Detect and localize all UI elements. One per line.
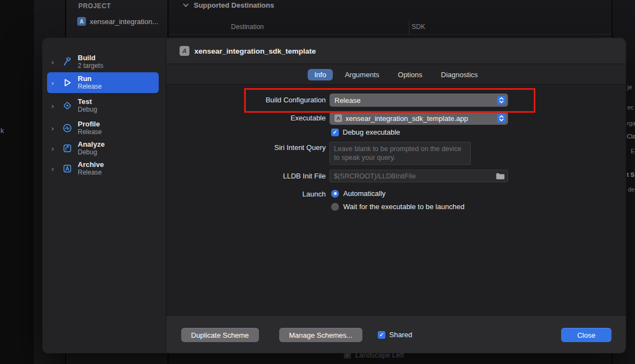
- lldb-init-file-input[interactable]: [330, 170, 508, 182]
- inspector-fragment: Cla: [627, 133, 635, 140]
- sidebar-item-run[interactable]: › Run Release: [47, 72, 159, 93]
- sidebar-item-test[interactable]: › Test Debug: [47, 95, 159, 116]
- lldb-init-file-label: LLDB Init File: [188, 170, 326, 182]
- build-configuration-label: Build Configuration: [188, 94, 326, 107]
- inspector-fragment: je: [627, 84, 632, 90]
- radio-dot: [334, 192, 337, 195]
- debug-executable-row: ✓ Debug executable: [331, 128, 400, 136]
- project-app-icon: A: [77, 17, 86, 26]
- sdk-column-header: SDK: [412, 23, 425, 31]
- disclosure-chevron-icon[interactable]: ›: [51, 124, 59, 132]
- sidebar-item-archive[interactable]: › Archive Release: [47, 158, 159, 179]
- launch-label: Launch: [188, 190, 326, 199]
- project-item-label: xensear_integration...: [90, 18, 158, 26]
- inspector-fragment: E: [631, 148, 634, 154]
- manage-schemes-button[interactable]: Manage Schemes...: [279, 328, 362, 342]
- project-item[interactable]: A xensear_integration...: [77, 17, 158, 26]
- executable-value: xensear_integration_sdk_template.app: [345, 114, 468, 123]
- supported-destinations-title: Supported Destinations: [194, 1, 274, 9]
- disclosure-chevron-icon[interactable]: ›: [51, 102, 59, 110]
- play-icon: [60, 76, 74, 90]
- screenshot-stage: PROJECT A xensear_integration... Support…: [0, 0, 635, 364]
- build-configuration-value: Release: [334, 96, 361, 105]
- left-edge-text-fragment: k: [1, 127, 4, 135]
- folder-icon[interactable]: [496, 173, 505, 180]
- dialog-footer: Duplicate Scheme Manage Schemes... ✓ Sha…: [166, 315, 626, 353]
- chevron-down-icon: [183, 3, 189, 8]
- debug-executable-label: Debug executable: [343, 128, 400, 136]
- sidebar-item-analyze[interactable]: › Analyze Debug: [47, 138, 159, 159]
- tab-diagnostics[interactable]: Diagnostics: [435, 69, 484, 80]
- project-section-label: PROJECT: [78, 2, 111, 10]
- profile-icon: [60, 121, 74, 135]
- scheme-editor-dialog: › Build 2 targets › Run Release: [43, 38, 626, 353]
- disclosure-chevron-icon[interactable]: ›: [51, 165, 59, 173]
- launch-automatically-row: Automatically: [331, 189, 385, 198]
- info-tab-content: Build Configuration Release Executable A…: [166, 85, 626, 315]
- disclosure-chevron-icon[interactable]: ›: [51, 79, 59, 87]
- scheme-sidebar: › Build 2 targets › Run Release: [43, 38, 166, 353]
- disclosure-chevron-icon[interactable]: ›: [51, 145, 59, 153]
- column-divider: [409, 20, 409, 34]
- dialog-main-panel: A xensear_integration_sdk_template Info …: [166, 38, 626, 353]
- scheme-title: xensear_integration_sdk_template: [194, 47, 316, 55]
- sidebar-item-subtitle: Release: [78, 169, 104, 177]
- inspector-fragment: t S: [627, 171, 634, 178]
- sidebar-item-subtitle: Release: [78, 129, 102, 136]
- shared-checkbox[interactable]: ✓: [378, 331, 385, 339]
- tab-info[interactable]: Info: [308, 69, 333, 80]
- lldb-init-file-field: [330, 170, 508, 182]
- sidebar-item-subtitle: Debug: [78, 106, 97, 114]
- sidebar-item-title: Build: [78, 54, 103, 62]
- sidebar-item-subtitle: 2 targets: [78, 62, 103, 70]
- supported-destinations-header[interactable]: Supported Destinations: [183, 1, 274, 9]
- scheme-app-icon: A: [180, 46, 189, 56]
- tab-options[interactable]: Options: [391, 69, 429, 80]
- launch-automatically-label: Automatically: [343, 189, 385, 198]
- sidebar-item-title: Archive: [78, 161, 104, 169]
- sidebar-item-subtitle: Debug: [78, 149, 105, 157]
- siri-intent-query-input[interactable]: [330, 142, 471, 165]
- debug-executable-checkbox[interactable]: ✓: [331, 129, 339, 136]
- background-left-strip: [0, 0, 34, 364]
- sidebar-item-build[interactable]: › Build 2 targets: [47, 51, 159, 72]
- hammer-icon: [60, 55, 74, 69]
- tab-arguments[interactable]: Arguments: [338, 69, 386, 80]
- disclosure-chevron-icon[interactable]: ›: [51, 58, 59, 66]
- executable-popup[interactable]: A xensear_integration_sdk_template.app: [330, 112, 508, 125]
- shared-label: Shared: [389, 331, 412, 339]
- destination-column-header: Destination: [231, 23, 264, 31]
- shared-row: ✓ Shared: [378, 331, 412, 339]
- launch-wait-radio[interactable]: [331, 203, 339, 211]
- popup-stepper-icon: [497, 114, 506, 123]
- sidebar-item-title: Profile: [78, 120, 102, 129]
- build-configuration-popup[interactable]: Release: [330, 94, 508, 107]
- duplicate-scheme-button[interactable]: Duplicate Scheme: [181, 328, 259, 342]
- test-icon: [60, 99, 74, 113]
- launch-wait-row: Wait for the executable to be launched: [331, 203, 464, 211]
- inspector-fragment: rga: [627, 120, 635, 126]
- archive-icon: [60, 161, 74, 176]
- table-header-divider: [169, 34, 611, 34]
- sidebar-item-profile[interactable]: › Profile Release: [47, 118, 159, 138]
- tab-bar: Info Arguments Options Diagnostics: [166, 65, 626, 85]
- sidebar-item-subtitle: Release: [78, 83, 102, 91]
- sidebar-item-title: Test: [78, 98, 97, 106]
- analyze-icon: [60, 141, 74, 155]
- close-button[interactable]: Close: [561, 328, 611, 342]
- siri-intent-query-label: Siri Intent Query: [188, 143, 326, 152]
- sidebar-item-title: Analyze: [78, 141, 105, 149]
- inspector-fragment: ec: [627, 104, 634, 111]
- launch-wait-label: Wait for the executable to be launched: [343, 203, 464, 211]
- executable-label: Executable: [188, 112, 326, 125]
- dialog-header: A xensear_integration_sdk_template: [166, 38, 626, 64]
- popup-stepper-icon: [497, 96, 506, 105]
- launch-automatically-radio[interactable]: [331, 190, 339, 198]
- inspector-fragment: de: [628, 186, 634, 193]
- sidebar-item-title: Run: [78, 75, 102, 83]
- executable-app-icon: A: [334, 114, 342, 122]
